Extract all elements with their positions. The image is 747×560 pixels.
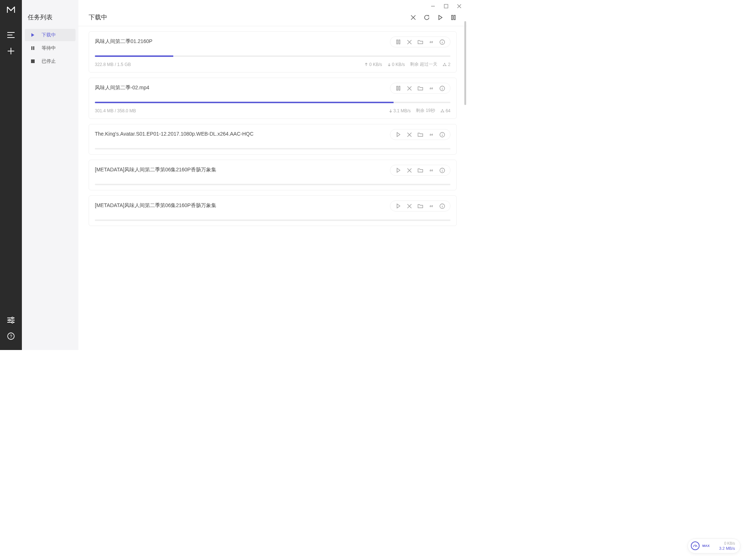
pause-button[interactable] — [395, 85, 401, 91]
app-logo — [7, 7, 15, 13]
add-task-button[interactable] — [0, 43, 22, 59]
download-speed: 0 KB/s — [387, 62, 405, 67]
svg-rect-9 — [452, 15, 453, 20]
task-name: The.King's.Avatar.S01.EP01-12.2017.1080p… — [95, 129, 386, 138]
time-remaining: 剩余 超过一天 — [410, 61, 437, 67]
task-name: [METADATA]风味人间第二季第06集2160P香肠万象集 — [95, 201, 386, 209]
task-name: [METADATA]风味人间第二季第06集2160P香肠万象集 — [95, 165, 386, 174]
delete-button[interactable] — [406, 203, 412, 209]
download-speed: 3.1 MB/s — [389, 108, 411, 113]
peer-count: 64 — [440, 108, 450, 113]
menu-button[interactable] — [0, 27, 22, 43]
copy-link-button[interactable] — [428, 39, 434, 45]
task-list: 风味人间第二季01.2160P 322.8 MB / 1.5 GB 0 KB/s… — [78, 26, 467, 350]
open-folder-button[interactable] — [417, 132, 423, 137]
svg-rect-18 — [399, 86, 400, 90]
svg-point-2 — [12, 322, 13, 323]
page-header: 下载中 — [78, 0, 467, 26]
delete-button[interactable] — [406, 132, 412, 137]
sidebar-item-stopped[interactable]: 已停止 — [25, 55, 76, 67]
play-button[interactable] — [395, 167, 401, 173]
info-button[interactable] — [439, 85, 445, 91]
main-sidebar: ? — [0, 0, 22, 350]
task-row[interactable]: 风味人间第二季-02.mp4 301.4 MB / 358.0 MB 3.1 M… — [89, 78, 457, 119]
svg-rect-12 — [399, 40, 400, 44]
clear-button[interactable] — [411, 15, 416, 20]
task-actions — [390, 201, 450, 211]
svg-rect-8 — [444, 4, 448, 8]
play-button[interactable] — [395, 132, 401, 137]
copy-link-button[interactable] — [428, 167, 434, 173]
info-button[interactable] — [439, 39, 445, 45]
window-controls — [430, 4, 462, 9]
pause-icon — [31, 46, 37, 50]
sidebar-item-label: 已停止 — [42, 58, 56, 65]
size-progress: 301.4 MB / 358.0 MB — [95, 108, 384, 113]
content-area: 下载中 风味人间第二季01.2160P 322.8 MB / 1.5 GB 0 … — [78, 0, 467, 350]
task-actions — [390, 83, 450, 94]
maximize-button[interactable] — [444, 4, 449, 9]
scrollbar[interactable] — [464, 21, 466, 105]
sidebar-item-waiting[interactable]: 等待中 — [25, 42, 76, 54]
svg-rect-6 — [33, 46, 34, 50]
progress-bar — [95, 219, 450, 221]
resume-all-button[interactable] — [438, 15, 443, 20]
header-actions — [411, 15, 456, 20]
task-row[interactable]: [METADATA]风味人间第二季第06集2160P香肠万象集 — [89, 160, 457, 190]
task-row[interactable]: 风味人间第二季01.2160P 322.8 MB / 1.5 GB 0 KB/s… — [89, 31, 457, 73]
svg-point-0 — [12, 317, 13, 319]
copy-link-button[interactable] — [428, 85, 434, 91]
task-actions — [390, 129, 450, 140]
sidebar-item-downloading[interactable]: 下载中 — [25, 29, 76, 41]
open-folder-button[interactable] — [417, 203, 423, 209]
task-row[interactable]: [METADATA]风味人间第二季第06集2160P香肠万象集 — [89, 195, 457, 226]
close-window-button[interactable] — [457, 4, 462, 9]
task-name: 风味人间第二季-02.mp4 — [95, 83, 386, 92]
pause-button[interactable] — [395, 39, 401, 45]
peer-count: 2 — [442, 62, 450, 67]
svg-text:?: ? — [10, 334, 12, 339]
task-row[interactable]: The.King's.Avatar.S01.EP01-12.2017.1080p… — [89, 124, 457, 155]
size-progress: 322.8 MB / 1.5 GB — [95, 62, 359, 67]
minimize-button[interactable] — [430, 4, 436, 9]
refresh-button[interactable] — [424, 15, 430, 20]
time-remaining: 剩余 19秒 — [416, 108, 435, 114]
sidebar-item-label: 下载中 — [42, 32, 56, 38]
sidebar-item-label: 等待中 — [42, 45, 56, 51]
delete-button[interactable] — [406, 85, 412, 91]
delete-button[interactable] — [406, 167, 412, 173]
info-button[interactable] — [439, 203, 445, 209]
task-actions — [390, 165, 450, 176]
open-folder-button[interactable] — [417, 167, 423, 173]
copy-link-button[interactable] — [428, 203, 434, 209]
settings-button[interactable] — [0, 312, 22, 328]
play-icon — [31, 33, 37, 37]
svg-point-1 — [9, 319, 10, 321]
copy-link-button[interactable] — [428, 132, 434, 137]
play-button[interactable] — [395, 203, 401, 209]
info-button[interactable] — [439, 132, 445, 137]
open-folder-button[interactable] — [417, 39, 423, 45]
progress-bar — [95, 184, 450, 185]
task-name: 风味人间第二季01.2160P — [95, 36, 386, 45]
svg-rect-5 — [31, 46, 32, 50]
upload-speed: 0 KB/s — [364, 62, 382, 67]
task-stats: 322.8 MB / 1.5 GB 0 KB/s 0 KB/s剩余 超过一天 2 — [95, 61, 450, 67]
open-folder-button[interactable] — [417, 85, 423, 91]
svg-rect-7 — [31, 59, 35, 63]
svg-rect-11 — [397, 40, 398, 44]
help-button[interactable]: ? — [0, 328, 22, 344]
progress-bar — [95, 148, 450, 149]
sidebar-title: 任务列表 — [22, 13, 78, 29]
sub-sidebar: 任务列表 下载中 等待中 已停止 — [22, 0, 78, 350]
delete-button[interactable] — [406, 39, 412, 45]
page-title: 下载中 — [89, 13, 411, 22]
task-actions — [390, 36, 450, 47]
pause-all-button[interactable] — [451, 15, 456, 20]
svg-rect-10 — [454, 15, 456, 20]
info-button[interactable] — [439, 167, 445, 173]
svg-rect-17 — [397, 86, 398, 90]
progress-bar — [95, 102, 450, 103]
task-stats: 301.4 MB / 358.0 MB 3.1 MB/s剩余 19秒 64 — [95, 108, 450, 114]
stop-icon — [31, 59, 37, 63]
